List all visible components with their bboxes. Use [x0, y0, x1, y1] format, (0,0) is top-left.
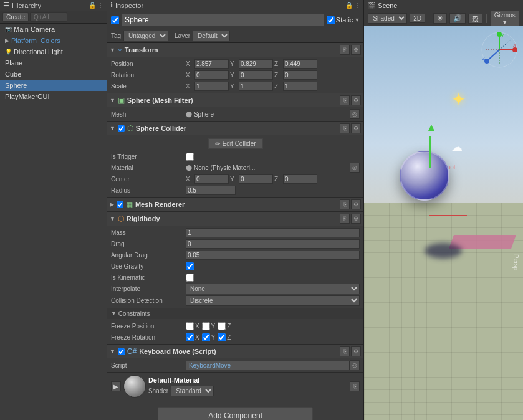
transform-copy-btn[interactable]: ⎘: [340, 45, 350, 55]
use-gravity-checkbox[interactable]: [186, 262, 194, 270]
rigidbody-header[interactable]: ▼ ⬡ Rigidbody ⎘ ⚙: [107, 212, 363, 226]
hierarchy-item-playmaker-gui[interactable]: PlayMakerGUI: [0, 91, 107, 102]
collider-enabled-checkbox[interactable]: [118, 125, 125, 132]
collider-settings-btn[interactable]: ⚙: [351, 123, 361, 133]
scale-z[interactable]: [283, 82, 317, 91]
freeze-rotation-y-item: Y: [202, 333, 216, 341]
transform-icon: ⌖: [118, 45, 122, 54]
gizmos-btn[interactable]: Gizmos ▼: [491, 11, 519, 27]
center-y[interactable]: [239, 174, 273, 184]
interpolate-dropdown[interactable]: None: [186, 284, 360, 294]
keyboard-move-header[interactable]: ▼ C# Keyboard Move (Script) ⎘ ⚙: [107, 345, 363, 358]
rigidbody-body: Mass Drag Angular Drag Use Gravity Is Ki…: [107, 226, 363, 344]
mesh-filter-header[interactable]: ▼ ▣ Sphere (Mesh Filter) ⎘ ⚙: [107, 93, 363, 107]
scale-y[interactable]: [239, 82, 273, 91]
is-kinematic-row: Is Kinematic: [111, 272, 360, 283]
mesh-select-btn[interactable]: ◎: [350, 109, 360, 119]
mesh-filter-title: Sphere (Mesh Filter): [127, 97, 337, 104]
mesh-renderer-header[interactable]: ▶ ▦ Mesh Renderer ⎘ ⚙: [107, 198, 363, 211]
object-name-field[interactable]: [122, 14, 324, 26]
shader-dropdown[interactable]: Standard: [171, 386, 214, 396]
material-value-area: ⬤ None (Physic Materi...: [186, 165, 350, 171]
freeze-rotation-y[interactable]: [202, 333, 210, 341]
2d-button[interactable]: 2D: [410, 14, 425, 23]
vfx-btn[interactable]: 🖼: [468, 14, 482, 24]
scene-view[interactable]: ✦ ☁ not Persp X Y: [364, 26, 523, 420]
rotation-y[interactable]: [239, 70, 273, 80]
object-active-checkbox[interactable]: [111, 16, 119, 24]
angular-drag-input[interactable]: [186, 251, 360, 260]
static-checkbox[interactable]: [327, 16, 335, 24]
lighting-btn[interactable]: ☀: [433, 13, 447, 24]
is-trigger-checkbox[interactable]: [186, 153, 194, 161]
script-select-btn[interactable]: ◎: [350, 360, 360, 370]
is-trigger-label: Is Trigger: [111, 153, 186, 160]
center-x[interactable]: [194, 174, 229, 184]
material-copy-btn[interactable]: ⎘: [350, 381, 360, 391]
is-kinematic-checkbox[interactable]: [186, 274, 194, 282]
keyboard-move-copy-btn[interactable]: ⎘: [340, 346, 350, 356]
add-component-button[interactable]: Add Component: [158, 407, 313, 420]
audio-btn[interactable]: 🔊: [449, 13, 466, 24]
gizmo-widget[interactable]: X Y Z: [481, 31, 518, 69]
constraints-header-row[interactable]: ▼ Constraints: [107, 308, 363, 319]
freeze-position-y[interactable]: [202, 322, 210, 330]
material-expand-btn[interactable]: ▶: [111, 381, 121, 391]
keyboard-move-enabled-checkbox[interactable]: [118, 348, 125, 355]
transform-header[interactable]: ▼ ⌖ Transform ⎘ ⚙: [107, 43, 363, 57]
freeze-position-z[interactable]: [218, 322, 226, 330]
hierarchy-item-main-camera[interactable]: 📷 Main Camera: [0, 24, 107, 35]
sphere-collider-header[interactable]: ▼ ⬡ Sphere Collider ⎘ ⚙: [107, 122, 363, 135]
hierarchy-item-directional-light[interactable]: 💡 Directional Light: [0, 46, 107, 57]
position-y[interactable]: [239, 59, 273, 69]
layer-dropdown[interactable]: Default: [193, 31, 230, 41]
static-dropdown-icon[interactable]: ▼: [354, 17, 360, 23]
scale-x[interactable]: [194, 82, 229, 91]
mesh-filter-settings-btn[interactable]: ⚙: [351, 95, 361, 105]
edit-collider-button[interactable]: ✏ Edit Collider: [208, 138, 263, 149]
freeze-rotation-x[interactable]: [186, 333, 194, 341]
material-label: Material: [111, 165, 186, 171]
mesh-field-row: Mesh ⬤ Sphere ◎: [111, 108, 360, 120]
position-x[interactable]: [194, 59, 229, 69]
mesh-filter-copy-btn[interactable]: ⎘: [340, 95, 350, 105]
material-select-btn[interactable]: ◎: [350, 163, 360, 173]
add-component-bar: Add Component: [107, 403, 363, 420]
hierarchy-item-plane[interactable]: Plane: [0, 57, 107, 69]
hierarchy-item-platform-colors[interactable]: ▶ Platform_Colors: [0, 35, 107, 46]
collision-detection-dropdown[interactable]: Discrete: [186, 295, 360, 306]
mesh-value-area: ⬤ Sphere: [186, 111, 350, 118]
rotation-z[interactable]: [283, 70, 317, 80]
radius-input[interactable]: [186, 186, 236, 195]
drag-input[interactable]: [186, 239, 360, 249]
mesh-renderer-settings-btn[interactable]: ⚙: [351, 199, 361, 209]
center-xyz: X Y Z: [186, 174, 360, 184]
tag-dropdown[interactable]: Untagged: [123, 31, 168, 41]
freeze-position-z-item: Z: [218, 322, 231, 330]
rigidbody-copy-btn[interactable]: ⎘: [340, 214, 350, 224]
sun-icon: ✦: [451, 89, 466, 110]
hierarchy-search[interactable]: [30, 12, 67, 22]
shaded-dropdown[interactable]: Shaded: [368, 13, 407, 24]
hierarchy-item-label: Plane: [5, 59, 22, 67]
mass-input[interactable]: [186, 228, 360, 237]
freeze-rotation-z[interactable]: [218, 333, 226, 341]
position-z[interactable]: [283, 59, 317, 69]
freeze-position-x[interactable]: [186, 322, 194, 330]
keyboard-move-settings-btn[interactable]: ⚙: [351, 346, 361, 356]
create-button[interactable]: Create: [2, 12, 29, 22]
hierarchy-item-cube[interactable]: Cube: [0, 69, 107, 80]
center-z[interactable]: [283, 174, 317, 184]
hierarchy-item-sphere[interactable]: Sphere: [0, 80, 107, 91]
transform-settings-btn[interactable]: ⚙: [351, 45, 361, 55]
rigidbody-settings-btn[interactable]: ⚙: [351, 214, 361, 224]
interpolate-row: Interpolate None: [111, 283, 360, 295]
rotation-x[interactable]: [194, 70, 229, 80]
hierarchy-item-label: Cube: [5, 70, 21, 78]
mesh-renderer-copy-btn[interactable]: ⎘: [340, 199, 350, 209]
svg-line-7: [487, 50, 499, 61]
mesh-renderer-enabled-checkbox[interactable]: [117, 201, 123, 208]
collider-copy-btn[interactable]: ⎘: [340, 123, 350, 133]
transform-col-icons: ⎘ ⚙: [340, 45, 361, 55]
default-material-info: Default-Material Shader Standard: [148, 376, 214, 396]
